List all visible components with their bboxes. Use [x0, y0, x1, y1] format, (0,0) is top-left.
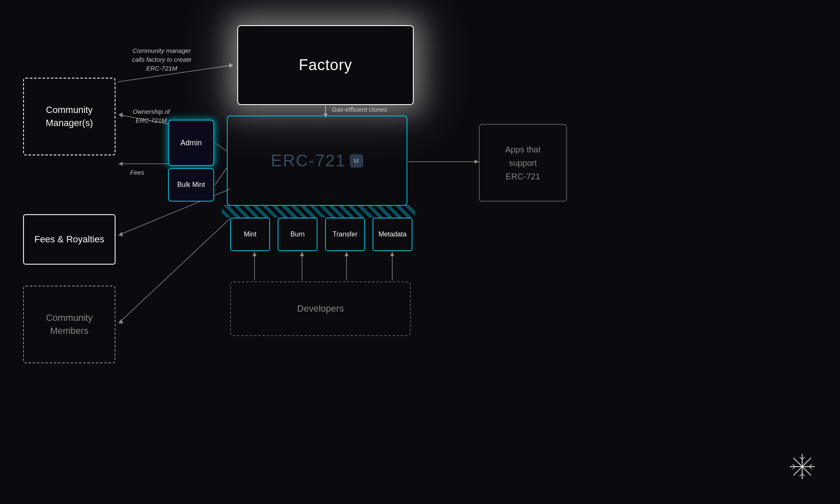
- snowflake-decoration: [788, 452, 817, 485]
- diagram-container: Factory Community manager calls factory …: [0, 0, 840, 504]
- svg-line-12: [118, 218, 230, 323]
- fees-royalties-box: Fees & Royalties: [23, 214, 116, 265]
- fees-royalties-label: Fees & Royalties: [34, 233, 104, 246]
- svg-marker-19: [300, 252, 304, 256]
- ops-container: MintBurnTransferMetadata: [230, 218, 412, 251]
- svg-marker-5: [118, 113, 123, 118]
- bulk-mint-box: Bulk Mint: [168, 168, 214, 202]
- community-manager-box: Community Manager(s): [23, 78, 116, 155]
- annotation-fees: Fees: [130, 168, 144, 177]
- annotation-factory-call: Community manager calls factory to creat…: [124, 46, 200, 73]
- factory-box: Factory: [237, 25, 414, 105]
- community-members-label: Community Members: [46, 312, 92, 338]
- svg-marker-13: [118, 319, 123, 323]
- hatch-divider: [222, 205, 415, 218]
- erc721-main-box: ERC-721 M: [227, 116, 407, 206]
- arrows-layer: [0, 0, 840, 504]
- bulk-mint-label: Bulk Mint: [177, 181, 205, 189]
- annotation-gas-clones: Gas-efficient clones: [332, 105, 387, 114]
- svg-marker-23: [390, 252, 394, 256]
- factory-label: Factory: [299, 56, 352, 74]
- apps-label: Apps that support ERC-721: [505, 143, 541, 183]
- svg-marker-15: [475, 160, 479, 164]
- admin-box: Admin: [168, 120, 214, 166]
- svg-marker-3: [229, 63, 233, 68]
- community-members-box: Community Members: [23, 286, 116, 363]
- svg-marker-17: [252, 252, 257, 256]
- admin-label: Admin: [180, 139, 202, 147]
- svg-marker-11: [118, 232, 123, 236]
- op-box-metadata: Metadata: [373, 218, 412, 251]
- erc721-label: ERC-721 M: [271, 151, 364, 170]
- community-manager-label: Community Manager(s): [46, 104, 93, 130]
- op-box-transfer: Transfer: [325, 218, 365, 251]
- op-box-burn: Burn: [278, 218, 318, 251]
- svg-marker-7: [118, 162, 123, 166]
- apps-box: Apps that support ERC-721: [479, 124, 567, 202]
- svg-line-9: [215, 168, 227, 185]
- developers-label: Developers: [297, 303, 344, 314]
- op-box-mint: Mint: [230, 218, 270, 251]
- erc721-m-badge: M: [350, 154, 363, 168]
- svg-line-8: [215, 143, 227, 151]
- svg-marker-21: [344, 252, 349, 256]
- developers-box: Developers: [230, 281, 411, 336]
